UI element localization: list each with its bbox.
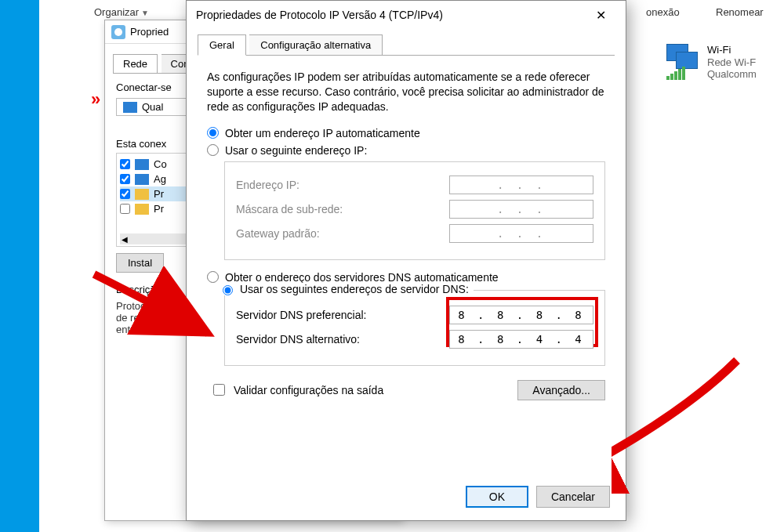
protocol-icon bbox=[135, 189, 149, 200]
item-label: Ag bbox=[154, 173, 166, 185]
checkbox[interactable] bbox=[120, 189, 130, 199]
radio-dns-auto[interactable] bbox=[207, 271, 219, 283]
adapter-mini-icon bbox=[123, 102, 137, 113]
radio-ip-manual[interactable] bbox=[207, 144, 219, 156]
protocol-icon bbox=[135, 174, 149, 185]
install-button[interactable]: Instal bbox=[116, 253, 164, 273]
ipv4-titlebar: Propriedades de Protocolo IP Versão 4 (T… bbox=[187, 1, 626, 29]
wifi-adapter-icon bbox=[666, 44, 702, 80]
network-icon bbox=[111, 25, 125, 39]
advanced-button[interactable]: Avançado... bbox=[517, 380, 605, 400]
label-gateway: Gateway padrão: bbox=[236, 227, 320, 240]
validate-checkbox[interactable] bbox=[213, 384, 225, 396]
radio-dns-manual-label: Usar os seguintes endereços de servidor … bbox=[240, 283, 469, 295]
checkbox[interactable] bbox=[120, 174, 130, 184]
radio-dns-auto-row[interactable]: Obter o endereço dos servidores DNS auto… bbox=[207, 271, 605, 284]
protocol-icon bbox=[135, 204, 149, 215]
tab-rede[interactable]: Rede bbox=[113, 54, 158, 73]
wifi-line3: Qualcomm bbox=[707, 68, 757, 81]
ipv4-tabs: Geral Configuração alternativa bbox=[198, 34, 615, 56]
adapter-selector[interactable]: Qual bbox=[116, 98, 187, 116]
checkbox[interactable] bbox=[120, 159, 130, 169]
organizar-label: Organizar bbox=[94, 6, 139, 18]
input-gateway: . . . bbox=[449, 224, 593, 243]
validate-label: Validar configurações na saída bbox=[234, 384, 383, 396]
desktop-blue-strip bbox=[0, 0, 39, 532]
adapter-name: Qual bbox=[142, 101, 163, 113]
validate-checkbox-row[interactable]: Validar configurações na saída bbox=[210, 382, 383, 398]
radio-ip-auto-row[interactable]: Obter um endereço IP automaticamente bbox=[207, 127, 605, 139]
label-dns-pref: Servidor DNS preferencial: bbox=[236, 309, 367, 321]
item-label: Pr bbox=[154, 188, 164, 200]
ip-fieldset: Endereço IP: . . . Máscara de sub-rede: … bbox=[224, 161, 605, 260]
arrow-annotation-2 bbox=[612, 353, 753, 509]
dns-fieldset: Usar os seguintes endereços de servidor … bbox=[224, 290, 605, 366]
close-button[interactable]: ✕ bbox=[585, 8, 616, 23]
ok-button[interactable]: OK bbox=[466, 486, 528, 508]
label-dns-alt: Servidor DNS alternativo: bbox=[236, 333, 360, 346]
input-dns-pref[interactable]: 8 . 8 . 8 . 8 bbox=[449, 306, 593, 324]
info-text: As configurações IP podem ser atribuídas… bbox=[207, 70, 605, 114]
input-mask: . . . bbox=[449, 200, 593, 219]
bg-title: Propried bbox=[130, 26, 169, 38]
radio-ip-manual-label: Usar o seguinte endereço IP: bbox=[225, 144, 367, 157]
radio-ip-auto-label: Obter um endereço IP automaticamente bbox=[225, 127, 420, 139]
toolbar-conexao[interactable]: onexão bbox=[646, 6, 680, 18]
radio-ip-manual-row[interactable]: Usar o seguinte endereço IP: bbox=[207, 144, 605, 157]
checkbox[interactable] bbox=[120, 204, 130, 214]
wifi-adapter-text: Wi-Fi Rede Wi-F Qualcomm bbox=[707, 44, 757, 88]
label-mask: Máscara de sub-rede: bbox=[236, 203, 343, 215]
input-ip: . . . bbox=[449, 176, 593, 194]
tab-geral[interactable]: Geral bbox=[198, 34, 246, 56]
input-dns-alt[interactable]: 8 . 8 . 4 . 4 bbox=[449, 330, 593, 349]
radio-ip-auto[interactable] bbox=[207, 127, 219, 139]
wifi-line2: Rede Wi-F bbox=[707, 56, 757, 69]
dialog-title: Propriedades de Protocolo IP Versão 4 (T… bbox=[196, 9, 443, 21]
radio-dns-auto-label: Obter o endereço dos servidores DNS auto… bbox=[225, 271, 499, 284]
item-label: Pr bbox=[154, 203, 164, 215]
radio-dns-manual[interactable] bbox=[223, 285, 233, 295]
red-x-annotation: » bbox=[91, 89, 100, 110]
protocol-icon bbox=[135, 159, 149, 170]
wifi-adapter-item[interactable]: Wi-Fi Rede Wi-F Qualcomm bbox=[666, 44, 784, 88]
toolbar-renomear[interactable]: Renomear bbox=[716, 6, 764, 18]
organizar-menu[interactable]: Organizar▼ bbox=[94, 6, 149, 18]
cancel-button[interactable]: Cancelar bbox=[536, 486, 610, 508]
ipv4-properties-dialog: Propriedades de Protocolo IP Versão 4 (T… bbox=[186, 0, 626, 521]
dropdown-icon: ▼ bbox=[141, 9, 149, 17]
wifi-title: Wi-Fi bbox=[707, 44, 757, 56]
tab-config-alternativa[interactable]: Configuração alternativa bbox=[249, 34, 383, 56]
item-label: Co bbox=[154, 158, 167, 170]
label-ip: Endereço IP: bbox=[236, 179, 299, 191]
